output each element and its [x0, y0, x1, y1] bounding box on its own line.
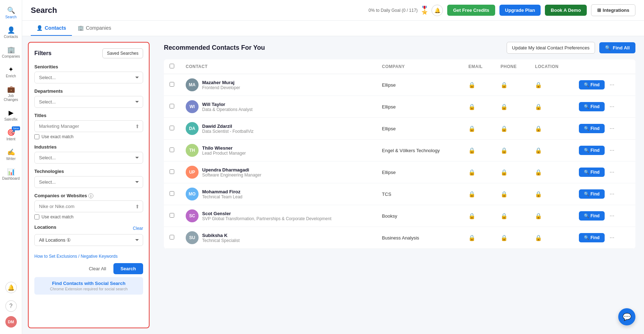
more-options-button[interactable]: ···: [607, 146, 617, 155]
find-button[interactable]: 🔍 Find: [579, 124, 605, 133]
actions-cell: 🔍 Find ···: [573, 96, 635, 118]
more-options-button[interactable]: ···: [607, 189, 617, 199]
book-demo-button[interactable]: Book A Demo: [545, 5, 586, 16]
row-checkbox[interactable]: [170, 126, 174, 130]
companies-upload-icon[interactable]: ⬆: [135, 204, 140, 209]
upgrade-plan-button[interactable]: Upgrade Plan: [499, 5, 541, 16]
find-button[interactable]: 🔍 Find: [579, 146, 605, 155]
tab-companies[interactable]: 🏢 Companies: [72, 21, 117, 36]
sidebar-item-salesflix[interactable]: ▶ Salesflix: [1, 106, 21, 124]
contact-info: UP Upendra Dharmagadi Software Engineeri…: [186, 166, 371, 179]
table-row: WI Will Taylor Data & Operations Analyst…: [164, 96, 635, 118]
industries-select[interactable]: Select...: [34, 152, 143, 164]
contact-name: Dawid Zdarzil: [202, 124, 254, 129]
contacts-icon: 👤: [7, 26, 15, 34]
clear-all-button[interactable]: Clear All: [84, 263, 110, 274]
find-all-button[interactable]: 🔍 Find All: [599, 42, 635, 53]
companies-input-wrap: ⬆: [34, 200, 143, 212]
sidebar-item-label: Enrich: [6, 74, 16, 78]
select-all-checkbox[interactable]: [170, 64, 174, 68]
update-preferences-button[interactable]: Update My Ideal Contact Preferences: [507, 42, 595, 54]
find-button[interactable]: 🔍 Find: [579, 168, 605, 177]
tab-contacts[interactable]: 👤 Contacts: [31, 21, 72, 36]
row-checkbox[interactable]: [170, 191, 174, 196]
row-checkbox[interactable]: [170, 235, 174, 239]
chat-button[interactable]: 💬: [618, 308, 635, 325]
sidebar-item-writer[interactable]: ✍ Writer: [1, 145, 21, 164]
email-cell: 🔒: [463, 227, 495, 249]
titles-input[interactable]: [34, 120, 143, 132]
contact-name: Mohammad Firoz: [202, 189, 243, 194]
daily-goal-text: 0% to Daily Goal (0 / 117): [369, 8, 418, 13]
companies-exact-match-checkbox[interactable]: [34, 214, 39, 219]
seniorities-select[interactable]: Select...: [34, 72, 143, 83]
search-button[interactable]: Search: [113, 263, 143, 274]
saved-searches-button[interactable]: Saved Searches: [102, 48, 143, 58]
notifications-icon[interactable]: 🔔: [431, 5, 443, 16]
email-cell: 🔒: [463, 96, 495, 118]
social-search-button[interactable]: Find Contacts with Social Search: [38, 281, 140, 286]
bell-icon[interactable]: 🔔: [5, 282, 17, 293]
sidebar-item-dashboard[interactable]: 📊 Dashboard: [1, 165, 21, 183]
sidebar-item-intent[interactable]: 🎯 Intent New: [1, 126, 21, 144]
contact-avatar: WI: [186, 100, 199, 113]
find-button[interactable]: 🔍 Find: [579, 80, 605, 89]
sidebar-item-label: Job Changes: [3, 94, 19, 102]
more-options-button[interactable]: ···: [607, 211, 617, 221]
sidebar-item-companies[interactable]: 🏢 Companies: [1, 43, 21, 61]
technologies-select[interactable]: Select...: [34, 176, 143, 188]
titles-exact-match-checkbox[interactable]: [34, 134, 39, 139]
more-options-button[interactable]: ···: [607, 80, 617, 89]
help-icon[interactable]: ?: [5, 300, 17, 312]
locations-select[interactable]: All Locations ①: [34, 234, 143, 246]
actions-cell: 🔍 Find ···: [573, 227, 635, 249]
titles-label: Titles: [34, 113, 143, 118]
new-badge: New: [12, 126, 20, 130]
sidebar-item-enrich[interactable]: ✦ Enrich: [1, 63, 21, 81]
contact-info: TH Thilo Wiesner Lead Product Manager: [186, 144, 371, 157]
find-button[interactable]: 🔍 Find: [579, 189, 605, 199]
upload-icon[interactable]: ⬆: [135, 124, 140, 129]
phone-cell: 🔒: [495, 118, 529, 140]
row-checkbox[interactable]: [170, 213, 174, 218]
user-avatar[interactable]: DM: [5, 316, 17, 328]
row-checkbox[interactable]: [170, 147, 174, 152]
company-name: Business Analysis: [382, 235, 419, 241]
exclusions-link[interactable]: How to Set Exclusions / Negative Keyword…: [34, 254, 143, 259]
all-locations-wrap: All Locations ①: [34, 234, 143, 246]
phone-lock-icon: 🔒: [501, 169, 508, 175]
sidebar-item-notifications[interactable]: 🔔: [1, 279, 21, 296]
locations-clear-button[interactable]: Clear: [133, 226, 143, 231]
more-options-button[interactable]: ···: [607, 102, 617, 111]
companies-websites-input[interactable]: [34, 200, 143, 212]
results-title: Recommended Contacts For You: [164, 44, 265, 52]
header-right: 0% to Daily Goal (0 / 117) 🎖️ 🔔 Get Free…: [369, 4, 635, 16]
find-button[interactable]: 🔍 Find: [579, 102, 605, 111]
sidebar-item-help[interactable]: ?: [1, 297, 21, 315]
phone-cell: 🔒: [495, 96, 529, 118]
phone-lock-icon: 🔒: [501, 126, 508, 132]
row-checkbox[interactable]: [170, 169, 174, 174]
actions-cell: 🔍 Find ···: [573, 205, 635, 227]
row-checkbox[interactable]: [170, 82, 174, 87]
row-checkbox[interactable]: [170, 104, 174, 108]
more-options-button[interactable]: ···: [607, 168, 617, 177]
sidebar: 🔍 Search 👤 Contacts 🏢 Companies ✦ Enrich…: [0, 0, 22, 334]
seniorities-label: Seniorities: [34, 64, 143, 69]
get-free-credits-button[interactable]: Get Free Credits: [447, 5, 495, 16]
find-button[interactable]: 🔍 Find: [579, 233, 605, 242]
action-buttons: 🔍 Find ···: [579, 233, 630, 242]
find-button[interactable]: 🔍 Find: [579, 211, 605, 221]
results-header: Recommended Contacts For You Update My I…: [164, 42, 635, 54]
departments-label: Departments: [34, 88, 143, 94]
select-all-header: [164, 59, 180, 74]
sidebar-item-job-changes[interactable]: 💼 Job Changes: [1, 82, 21, 105]
locations-header: Locations Clear: [34, 224, 143, 232]
more-options-button[interactable]: ···: [607, 233, 617, 242]
integrations-button[interactable]: ⊞ Integrations: [591, 4, 635, 16]
sidebar-item-search[interactable]: 🔍 Search: [1, 4, 21, 22]
locations-section: Locations Clear All Locations ①: [34, 224, 143, 246]
sidebar-item-contacts[interactable]: 👤 Contacts: [1, 23, 21, 42]
more-options-button[interactable]: ···: [607, 124, 617, 133]
departments-select[interactable]: Select...: [34, 96, 143, 108]
